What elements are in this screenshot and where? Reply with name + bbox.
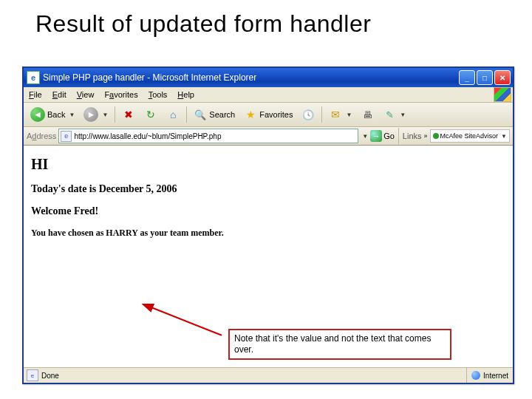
- zone-label: Internet: [483, 372, 508, 380]
- address-input[interactable]: e http://www.lasalle.edu/~blum/SimplePHP…: [58, 129, 358, 143]
- welcome-line: Welcome Fred!: [31, 205, 505, 217]
- page-content: HI Today's date is December 5, 2006 Welc…: [24, 146, 513, 376]
- home-button[interactable]: ⌂: [163, 106, 183, 123]
- forward-button[interactable]: ► ▼: [80, 105, 112, 124]
- slide-title: Result of updated form handler: [0, 0, 532, 42]
- search-label: Search: [209, 110, 235, 119]
- toolbar: ◄ Back ▼ ► ▼ ✖ ↻ ⌂ 🔍 Search ★ Favorites …: [24, 103, 513, 127]
- annotation-callout: Note that it's the value and not the tex…: [228, 329, 451, 360]
- url-text: http://www.lasalle.edu/~blum/SimplePHP.p…: [74, 132, 221, 140]
- refresh-icon: ↻: [144, 108, 157, 121]
- page-icon: e: [61, 131, 72, 142]
- mail-button[interactable]: ✉▼: [325, 106, 355, 123]
- print-icon: 🖶: [361, 108, 374, 121]
- menu-file[interactable]: File: [24, 90, 47, 99]
- annotation-text: Note that it's the value and not the tex…: [234, 333, 431, 355]
- status-bar: e Done Internet: [24, 367, 513, 383]
- minimize-button[interactable]: _: [459, 70, 475, 85]
- status-text: Done: [41, 372, 59, 380]
- page-icon: e: [27, 369, 38, 381]
- page-icon: e: [27, 71, 40, 84]
- close-button[interactable]: ✕: [494, 70, 511, 85]
- refresh-button[interactable]: ↻: [140, 106, 161, 123]
- chevron-down-icon: ▼: [69, 112, 75, 118]
- siteadvisor-button[interactable]: McAfee SiteAdvisor ▼: [430, 129, 510, 143]
- forward-icon: ►: [83, 107, 98, 122]
- menu-favorites[interactable]: Favorites: [99, 90, 143, 99]
- address-label: Address: [27, 132, 56, 140]
- menu-view[interactable]: View: [72, 90, 100, 99]
- globe-icon: [471, 371, 480, 380]
- favorites-label: Favorites: [259, 110, 293, 119]
- edit-button[interactable]: ✎▼: [379, 106, 409, 123]
- go-label: Go: [383, 132, 395, 140]
- back-label: Back: [47, 110, 65, 119]
- menu-edit[interactable]: Edit: [47, 90, 72, 99]
- chevron-down-icon: ▼: [501, 133, 507, 140]
- print-button[interactable]: 🖶: [357, 106, 378, 123]
- links-label[interactable]: Links: [403, 132, 422, 140]
- go-button[interactable]: → Go: [370, 130, 395, 142]
- menubar: File Edit View Favorites Tools Help: [24, 87, 513, 103]
- browser-window: e Simple PHP page handler - Microsoft In…: [22, 66, 514, 384]
- favorites-button[interactable]: ★ Favorites: [240, 106, 296, 123]
- chevron-down-icon: ▼: [346, 112, 352, 118]
- team-line: You have chosen as HARRY as your team me…: [31, 228, 505, 239]
- search-button[interactable]: 🔍 Search: [190, 106, 239, 123]
- back-button[interactable]: ◄ Back ▼: [27, 105, 78, 124]
- menu-tools[interactable]: Tools: [143, 90, 173, 99]
- siteadvisor-label: McAfee SiteAdvisor: [440, 132, 499, 140]
- svg-line-0: [150, 307, 222, 335]
- chevron-down-icon: ▼: [102, 112, 108, 118]
- history-button[interactable]: 🕓: [298, 106, 318, 123]
- window-title: Simple PHP page handler - Microsoft Inte…: [43, 72, 459, 83]
- maximize-button[interactable]: □: [477, 70, 493, 85]
- chevron-right-icon: »: [424, 132, 428, 140]
- status-zone: Internet: [466, 368, 513, 383]
- chevron-down-icon[interactable]: ▼: [362, 133, 368, 140]
- stop-icon: ✖: [122, 108, 135, 121]
- status-dot-icon: [433, 133, 439, 139]
- search-icon: 🔍: [194, 108, 207, 121]
- star-icon: ★: [244, 108, 257, 121]
- windows-logo-icon: [494, 87, 511, 102]
- date-line: Today's date is December 5, 2006: [31, 183, 505, 195]
- menu-help[interactable]: Help: [172, 90, 200, 99]
- mail-icon: ✉: [329, 108, 342, 121]
- go-icon: →: [370, 130, 382, 142]
- annotation-arrow: [133, 304, 236, 341]
- stop-button[interactable]: ✖: [118, 106, 139, 123]
- home-icon: ⌂: [166, 108, 180, 121]
- address-bar: Address e http://www.lasalle.edu/~blum/S…: [24, 127, 513, 146]
- edit-icon: ✎: [383, 108, 396, 121]
- back-icon: ◄: [30, 107, 45, 122]
- titlebar[interactable]: e Simple PHP page handler - Microsoft In…: [24, 68, 513, 87]
- heading-hi: HI: [31, 156, 505, 173]
- chevron-down-icon: ▼: [400, 112, 406, 118]
- history-icon: 🕓: [301, 108, 315, 121]
